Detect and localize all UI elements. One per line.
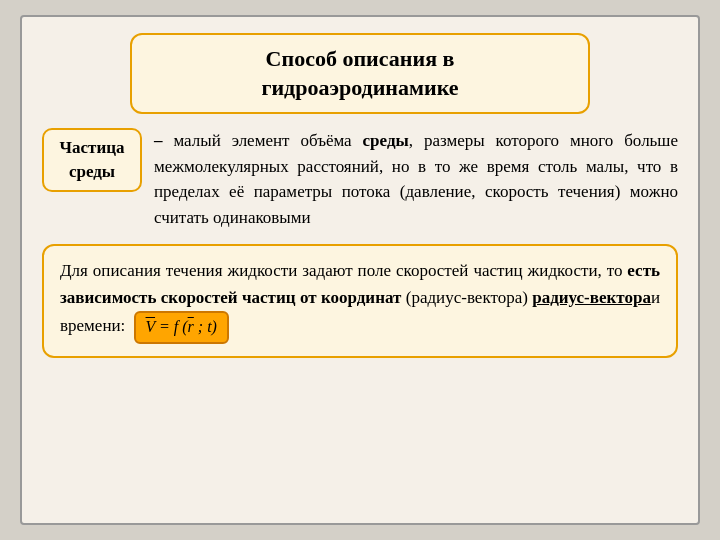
- desc-text1: Для описания течения жидкости задают пол…: [60, 261, 627, 280]
- title-box: Способ описания в гидроаэродинамике: [130, 33, 590, 114]
- definition-normal1: малый элемент объёма: [163, 131, 363, 150]
- title-line2: гидроаэродинамике: [261, 75, 458, 100]
- formula-text: V = f (r ; t): [146, 318, 217, 335]
- slide-title: Способ описания в гидроаэродинамике: [152, 45, 568, 102]
- formula-box: V = f (r ; t): [134, 311, 229, 344]
- particle-label-box: Частица среды: [42, 128, 142, 192]
- content-area: Частица среды – малый элемент объёма сре…: [42, 128, 678, 507]
- definition-row: Частица среды – малый элемент объёма сре…: [42, 128, 678, 230]
- definition-dash: –: [154, 131, 163, 150]
- definition-bold1: среды: [363, 131, 409, 150]
- desc-text2: (радиус-вектора): [401, 288, 532, 307]
- description-box: Для описания течения жидкости задают пол…: [42, 244, 678, 357]
- definition-text: – малый элемент объёма среды, размеры ко…: [154, 128, 678, 230]
- particle-label-line2: среды: [69, 162, 115, 181]
- slide: Способ описания в гидроаэродинамике Част…: [20, 15, 700, 525]
- title-line1: Способ описания в: [266, 46, 455, 71]
- desc-underline: радиус-вектора: [532, 288, 651, 307]
- particle-label-line1: Частица: [60, 138, 125, 157]
